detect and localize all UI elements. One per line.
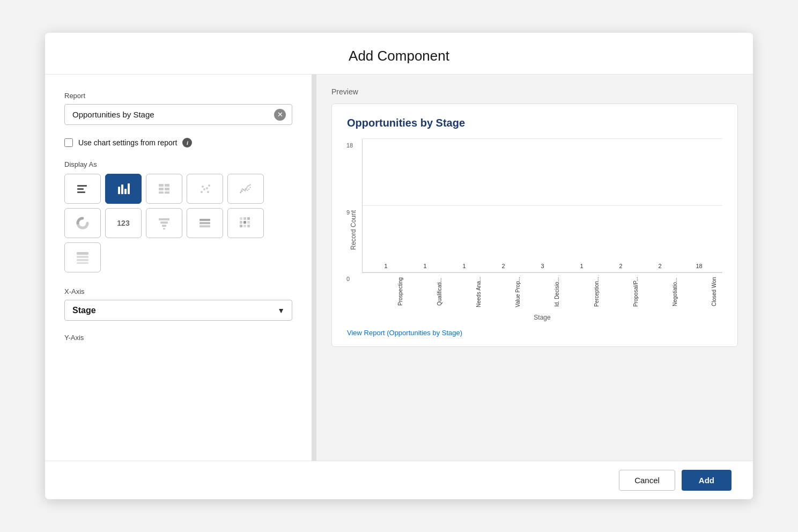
chart-settings-checkbox[interactable] bbox=[64, 138, 73, 147]
svg-rect-27 bbox=[200, 222, 210, 224]
svg-rect-9 bbox=[159, 188, 164, 190]
display-line-button[interactable] bbox=[227, 174, 264, 204]
svg-point-17 bbox=[208, 184, 210, 187]
svg-rect-29 bbox=[240, 217, 242, 220]
chart-grid: 0918 1112312218 bbox=[362, 139, 722, 273]
display-horizontal-bar-button[interactable] bbox=[64, 174, 101, 204]
report-input-wrap: ✕ bbox=[64, 104, 292, 125]
svg-rect-3 bbox=[118, 187, 120, 194]
svg-rect-4 bbox=[121, 184, 123, 194]
stacked-icon bbox=[197, 216, 212, 231]
table-sm-icon bbox=[157, 181, 172, 196]
preview-label: Preview bbox=[331, 87, 738, 96]
chart-settings-label: Use chart settings from report bbox=[78, 138, 177, 147]
preview-card: Opportunities by Stage Record Count 0918… bbox=[331, 104, 738, 347]
svg-rect-11 bbox=[159, 191, 164, 194]
xaxis-select[interactable]: Stage bbox=[64, 300, 292, 321]
svg-rect-6 bbox=[128, 183, 130, 194]
svg-rect-35 bbox=[240, 225, 242, 227]
metric-icon-label: 123 bbox=[117, 219, 129, 227]
datatable-icon bbox=[75, 250, 90, 265]
svg-point-16 bbox=[206, 187, 208, 189]
svg-rect-8 bbox=[165, 184, 169, 187]
chart-inner: 0918 1112312218 ProspectingQualificati..… bbox=[362, 139, 722, 321]
bar-value-label: 18 bbox=[696, 263, 702, 269]
display-as-grid: 123 bbox=[64, 174, 292, 272]
display-funnel-button[interactable] bbox=[146, 208, 182, 238]
svg-rect-7 bbox=[159, 184, 164, 187]
svg-point-13 bbox=[201, 191, 203, 193]
view-report-link[interactable]: View Report (Opportunities by Stage) bbox=[347, 329, 722, 337]
display-vertical-bar-button[interactable] bbox=[105, 174, 142, 204]
svg-rect-38 bbox=[77, 252, 88, 255]
svg-rect-22 bbox=[159, 218, 169, 220]
display-donut-button[interactable] bbox=[64, 208, 101, 238]
report-clear-button[interactable]: ✕ bbox=[274, 109, 286, 121]
x-axis-label-item: Perception... bbox=[564, 273, 600, 311]
left-panel: Report ✕ Use chart settings from report … bbox=[45, 75, 313, 461]
preview-chart-title: Opportunities by Stage bbox=[347, 117, 722, 129]
display-as-label: Display As bbox=[64, 160, 292, 168]
svg-rect-31 bbox=[247, 217, 250, 220]
svg-rect-39 bbox=[77, 256, 88, 258]
svg-rect-36 bbox=[243, 225, 246, 227]
svg-rect-2 bbox=[77, 191, 85, 193]
x-axis-label-item: Prospecting bbox=[367, 273, 403, 311]
grid-label: 9 bbox=[346, 209, 350, 216]
modal-body: Report ✕ Use chart settings from report … bbox=[45, 75, 753, 461]
svg-rect-41 bbox=[77, 262, 88, 264]
add-component-modal: Add Component Report ✕ Use chart setting… bbox=[45, 33, 753, 499]
modal-header: Add Component bbox=[45, 33, 753, 75]
cancel-button[interactable]: Cancel bbox=[619, 470, 675, 491]
display-heatmap-button[interactable] bbox=[227, 208, 264, 238]
right-panel: Preview Opportunities by Stage Record Co… bbox=[316, 75, 753, 461]
add-button[interactable]: Add bbox=[682, 470, 732, 491]
display-small-table-button[interactable] bbox=[146, 174, 182, 204]
xaxis-select-wrap: Stage ▼ bbox=[64, 300, 292, 321]
x-axis-label-item: Negotiatio... bbox=[642, 273, 678, 311]
x-axis-title: Stage bbox=[362, 314, 722, 321]
bar-value-label: 1 bbox=[580, 263, 583, 269]
svg-rect-33 bbox=[243, 221, 246, 224]
x-labels: ProspectingQualificati...Needs Ana...Val… bbox=[362, 273, 722, 311]
chart-area: Record Count 0918 1112312218 Prospecting… bbox=[347, 139, 722, 321]
x-axis-label-item: Qualificati... bbox=[407, 273, 442, 311]
display-data-table-button[interactable] bbox=[64, 242, 101, 272]
report-label: Report bbox=[64, 92, 292, 100]
funnel-icon bbox=[157, 216, 172, 231]
heatmap-icon bbox=[238, 216, 253, 231]
xaxis-label: X-Axis bbox=[64, 287, 292, 295]
bar-value-label: 1 bbox=[384, 263, 387, 269]
display-metric-button[interactable]: 123 bbox=[105, 208, 142, 238]
svg-point-21 bbox=[80, 220, 85, 226]
svg-rect-5 bbox=[124, 189, 127, 194]
x-axis-label-item: Needs Ana... bbox=[446, 273, 482, 311]
x-axis-label-item: Value Prop... bbox=[485, 273, 521, 311]
line-icon bbox=[238, 181, 253, 196]
svg-rect-34 bbox=[247, 221, 250, 224]
x-axis-label-item: Id. Decisio... bbox=[524, 273, 560, 311]
svg-rect-24 bbox=[162, 225, 166, 227]
report-input[interactable] bbox=[64, 104, 292, 125]
bar-value-label: 1 bbox=[423, 263, 426, 269]
svg-rect-26 bbox=[200, 225, 210, 227]
modal-footer: Cancel Add bbox=[45, 461, 753, 499]
svg-rect-40 bbox=[77, 259, 88, 261]
bar-value-label: 3 bbox=[541, 263, 544, 269]
yaxis-label: Y-Axis bbox=[64, 334, 292, 342]
svg-rect-28 bbox=[200, 219, 210, 221]
svg-rect-30 bbox=[243, 217, 246, 220]
info-icon[interactable]: i bbox=[182, 138, 192, 147]
bar-value-label: 2 bbox=[658, 263, 661, 269]
grid-label: 18 bbox=[346, 142, 353, 149]
bar-value-label: 1 bbox=[462, 263, 466, 269]
svg-rect-1 bbox=[77, 188, 84, 190]
y-axis-label: Record Count bbox=[347, 139, 360, 321]
hbar-icon bbox=[75, 181, 90, 196]
svg-rect-23 bbox=[160, 221, 168, 224]
svg-rect-10 bbox=[165, 188, 169, 190]
display-stacked-bar-button[interactable] bbox=[187, 208, 223, 238]
scatter-icon bbox=[197, 181, 212, 196]
display-scatter-button[interactable] bbox=[187, 174, 223, 204]
svg-point-15 bbox=[202, 186, 204, 188]
